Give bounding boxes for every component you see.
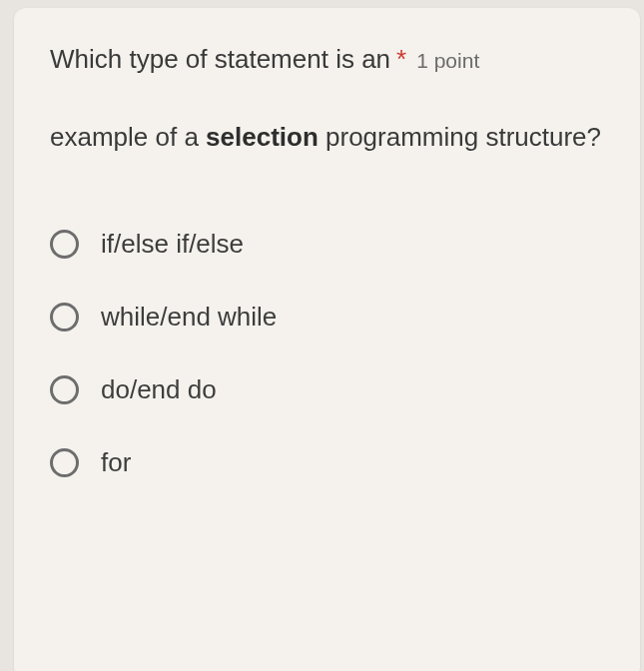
option-label: do/end do bbox=[101, 374, 217, 405]
question-text-line1: Which type of statement is an bbox=[50, 40, 390, 79]
option-label: if/else if/else bbox=[101, 229, 244, 260]
question-card: Which type of statement is an * 1 point … bbox=[14, 8, 640, 671]
question-text-line2a: example of a bbox=[50, 122, 206, 152]
radio-option[interactable]: if/else if/else bbox=[50, 229, 612, 260]
question-text: Which type of statement is an * 1 point … bbox=[50, 40, 612, 157]
points-label: 1 point bbox=[416, 41, 479, 77]
radio-icon bbox=[50, 375, 79, 404]
option-label: for bbox=[101, 447, 131, 478]
option-label: while/end while bbox=[101, 302, 277, 333]
question-text-line2b: programming structure? bbox=[319, 122, 601, 152]
radio-icon bbox=[50, 448, 79, 477]
required-asterisk: * bbox=[396, 40, 406, 79]
radio-option[interactable]: do/end do bbox=[50, 374, 612, 405]
radio-icon bbox=[50, 230, 79, 259]
question-header: Which type of statement is an * 1 point … bbox=[50, 40, 612, 157]
options-list: if/else if/else while/end while do/end d… bbox=[50, 229, 612, 478]
question-bold-word: selection bbox=[206, 122, 319, 152]
radio-option[interactable]: for bbox=[50, 447, 612, 478]
radio-option[interactable]: while/end while bbox=[50, 302, 612, 333]
radio-icon bbox=[50, 303, 79, 332]
